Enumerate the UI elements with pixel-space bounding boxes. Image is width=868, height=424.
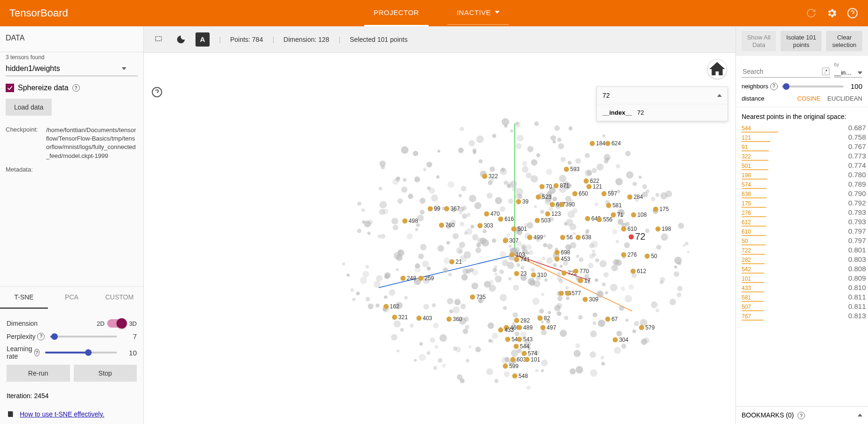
tab-custom[interactable]: CUSTOM — [95, 287, 143, 309]
scatter-plot[interactable]: 72 __index__ 72 184624593322622121708716… — [144, 53, 735, 424]
svg-text:39: 39 — [522, 198, 529, 205]
svg-text:21: 21 — [455, 259, 462, 265]
nn-item[interactable]: 3220.773 — [736, 151, 868, 161]
svg-text:282: 282 — [520, 317, 530, 324]
search-by-select[interactable]: __in… — [834, 68, 862, 78]
svg-text:259: 259 — [425, 275, 434, 282]
nn-item[interactable]: 1980.780 — [736, 170, 868, 180]
nn-item[interactable]: 910.767 — [736, 142, 868, 151]
svg-point-435 — [488, 181, 493, 185]
selected-count: Selected 101 points — [350, 36, 407, 43]
lr-slider[interactable] — [45, 352, 117, 353]
svg-text:175: 175 — [659, 206, 669, 212]
nn-item[interactable]: 1010.809 — [736, 274, 868, 283]
svg-point-199 — [389, 289, 395, 296]
neighbors-slider[interactable] — [782, 86, 844, 87]
svg-point-416 — [433, 323, 439, 329]
svg-text:470: 470 — [490, 211, 500, 217]
svg-point-558 — [418, 275, 423, 281]
nn-item[interactable]: 5070.811 — [736, 302, 868, 311]
gear-icon[interactable] — [826, 7, 838, 19]
selection-mode-icon[interactable] — [152, 32, 166, 47]
clear-selection-button[interactable]: Clear selection — [826, 31, 862, 51]
search-input[interactable] — [742, 66, 830, 78]
load-data-button[interactable]: Load data — [6, 99, 52, 116]
svg-point-141 — [603, 272, 609, 277]
nn-item[interactable]: 5740.789 — [736, 180, 868, 189]
svg-text:599: 599 — [509, 363, 518, 369]
info-icon[interactable]: ? — [34, 349, 39, 356]
nn-item[interactable]: 2820.803 — [736, 255, 868, 264]
night-mode-icon[interactable] — [174, 32, 188, 47]
nn-item[interactable]: 6380.790 — [736, 189, 868, 198]
nn-item[interactable]: 7220.801 — [736, 245, 868, 255]
checkpoint-path: /home/fonttian/Documents/tensorflow/Tens… — [46, 126, 138, 160]
svg-point-302 — [461, 186, 466, 191]
info-icon[interactable]: ? — [770, 83, 778, 90]
help-icon[interactable] — [846, 7, 859, 19]
tab-inactive-label: INACTIVE — [457, 8, 491, 16]
info-icon[interactable]: ? — [72, 84, 80, 92]
nn-item[interactable]: 500.797 — [736, 236, 868, 245]
label-mode-icon[interactable]: A — [195, 32, 210, 47]
stop-button[interactable]: Stop — [74, 365, 137, 382]
svg-point-244 — [494, 265, 497, 268]
svg-point-580 — [538, 315, 543, 321]
svg-point-88 — [407, 233, 413, 239]
tab-tsne[interactable]: T-SNE — [0, 287, 48, 309]
svg-point-179 — [543, 243, 547, 247]
info-icon[interactable]: ? — [37, 333, 45, 340]
dimension-count: Dimension: 128 — [283, 36, 329, 43]
tsne-help-link[interactable]: How to use t-SNE effectively. — [20, 410, 104, 418]
svg-point-536 — [621, 252, 626, 257]
svg-point-340 — [541, 257, 546, 261]
tensor-select[interactable]: hidden1/weights — [6, 62, 138, 76]
svg-text:309: 309 — [589, 296, 598, 303]
svg-point-550 — [573, 268, 579, 274]
bookmarks-label: BOOKMARKS (0) — [742, 411, 794, 419]
isolate-button[interactable]: Isolate 101 points — [781, 31, 821, 51]
nn-item[interactable]: 6100.797 — [736, 227, 868, 236]
svg-point-420 — [475, 347, 481, 353]
lr-label: Learning rate — [7, 345, 32, 360]
collapse-icon[interactable] — [717, 94, 722, 97]
sphereize-checkbox[interactable] — [6, 84, 14, 92]
svg-point-582 — [514, 318, 519, 323]
svg-point-518 — [656, 227, 661, 232]
svg-point-588 — [517, 325, 522, 330]
nn-item[interactable]: 1210.758 — [736, 133, 868, 142]
regex-toggle[interactable]: .* — [822, 68, 829, 75]
svg-point-191 — [398, 198, 403, 204]
nn-item[interactable]: 6120.793 — [736, 217, 868, 227]
tab-inactive-dropdown[interactable]: INACTIVE — [447, 0, 509, 25]
svg-text:556: 556 — [603, 216, 612, 223]
nn-item[interactable]: 5440.687 — [736, 123, 868, 133]
nn-item[interactable]: 1750.792 — [736, 198, 868, 208]
nn-item[interactable]: 5420.808 — [736, 264, 868, 274]
neighbors-value: 100 — [848, 82, 862, 90]
svg-text:638: 638 — [582, 234, 591, 241]
reset-view-button[interactable] — [707, 59, 727, 79]
nn-item[interactable]: 5810.811 — [736, 292, 868, 302]
svg-point-286 — [426, 162, 432, 167]
svg-point-264 — [466, 228, 473, 235]
show-all-button[interactable]: Show All Data — [742, 31, 776, 51]
nn-item[interactable]: 7670.813 — [736, 311, 868, 321]
rerun-button[interactable]: Re-run — [7, 365, 70, 382]
tab-pca[interactable]: PCA — [48, 287, 96, 309]
distance-cosine[interactable]: COSINE — [797, 95, 821, 102]
bookmarks-toggle[interactable]: BOOKMARKS (0) ? — [736, 406, 868, 424]
distance-euclidean[interactable]: EUCLIDEAN — [828, 95, 862, 102]
reload-icon[interactable] — [805, 7, 817, 19]
nn-item[interactable]: 4330.810 — [736, 283, 868, 292]
perplexity-slider[interactable] — [50, 336, 117, 338]
dimension-toggle[interactable] — [107, 319, 126, 328]
svg-point-220 — [661, 234, 668, 241]
svg-point-299 — [460, 222, 464, 227]
nn-item[interactable]: 5010.774 — [736, 161, 868, 170]
viz-help-icon[interactable] — [151, 86, 163, 98]
svg-text:597: 597 — [608, 190, 617, 197]
tab-projector[interactable]: PROJECTOR — [364, 0, 429, 26]
svg-point-262 — [459, 212, 462, 215]
nn-item[interactable]: 2760.793 — [736, 208, 868, 217]
